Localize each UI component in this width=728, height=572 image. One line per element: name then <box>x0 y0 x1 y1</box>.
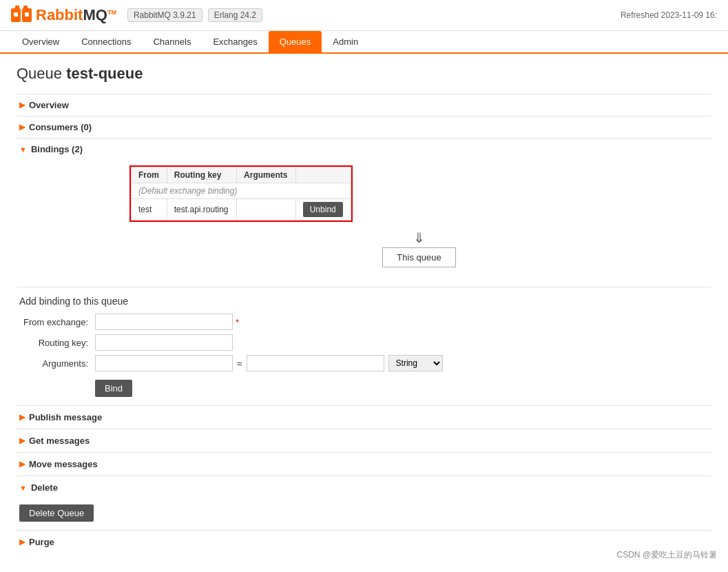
move-messages-header[interactable]: ▶ Move messages <box>17 453 711 476</box>
consumers-header[interactable]: ▶ Consumers (0) <box>17 116 711 138</box>
get-messages-label: Get messages <box>29 436 90 446</box>
logo-tm: TM <box>107 9 116 16</box>
arg-key-input[interactable] <box>95 355 233 371</box>
from-exchange-row: From exchange: * <box>19 314 709 330</box>
purge-arrow: ▶ <box>19 538 25 547</box>
type-select[interactable]: String Number Boolean <box>388 355 443 371</box>
col-routing-key: Routing key <box>167 167 236 183</box>
overview-arrow: ▶ <box>19 101 25 110</box>
overview-header[interactable]: ▶ Overview <box>17 94 711 116</box>
consumers-arrow: ▶ <box>19 123 25 132</box>
bind-button[interactable]: Bind <box>95 380 132 397</box>
consumers-label: Consumers (0) <box>29 122 92 132</box>
bindings-header[interactable]: ▼ Bindings (2) <box>17 139 711 160</box>
move-messages-arrow: ▶ <box>19 460 25 469</box>
bindings-table: From Routing key Arguments (Default exch… <box>131 167 351 221</box>
routing-key-label: Routing key: <box>19 338 95 348</box>
down-arrow-icon: ⇓ <box>413 229 425 246</box>
logo-text: RabbitMQTM <box>36 6 116 24</box>
footer-watermark: CSDN @爱吃土豆的马铃薯 <box>616 549 717 561</box>
bindings-arrow: ▼ <box>19 145 27 154</box>
add-binding-title: Add binding to this queue <box>19 296 709 307</box>
overview-label: Overview <box>29 100 69 110</box>
logo: RabbitMQTM <box>11 6 116 25</box>
unbind-button[interactable]: Unbind <box>303 202 343 217</box>
col-action <box>295 167 351 183</box>
delete-content: Delete Queue <box>17 499 711 530</box>
binding-from: test <box>132 199 167 221</box>
purge-label: Purge <box>29 537 54 547</box>
nav-queues[interactable]: Queues <box>269 31 322 52</box>
section-purge: ▶ Purge <box>17 530 711 553</box>
nav-overview[interactable]: Overview <box>11 31 70 52</box>
section-get-messages: ▶ Get messages <box>17 429 711 452</box>
purge-header[interactable]: ▶ Purge <box>17 531 711 553</box>
erlang-version-badge: Erlang 24.2 <box>208 8 262 22</box>
equals-sign: = <box>237 358 242 369</box>
delete-header[interactable]: ▼ Delete <box>17 476 711 499</box>
section-delete: ▼ Delete Delete Queue <box>17 476 711 530</box>
binding-row-test: test test.api.routing Unbind <box>132 199 351 221</box>
routing-key-input[interactable] <box>95 334 233 351</box>
arg-value-input[interactable] <box>247 355 384 371</box>
svg-rect-2 <box>15 6 19 11</box>
arguments-row: Arguments: = String Number Boolean <box>19 355 709 371</box>
move-messages-label: Move messages <box>29 459 98 469</box>
this-queue-box: This queue <box>382 247 455 267</box>
delete-queue-button[interactable]: Delete Queue <box>19 504 94 522</box>
svg-rect-5 <box>25 12 29 17</box>
bindings-label: Bindings (2) <box>31 144 83 154</box>
section-overview: ▶ Overview <box>17 94 711 116</box>
section-move-messages: ▶ Move messages <box>17 452 711 476</box>
from-exchange-label: From exchange: <box>19 317 95 327</box>
publish-message-label: Publish message <box>29 412 102 422</box>
get-messages-arrow: ▶ <box>19 436 25 445</box>
required-star: * <box>236 317 239 327</box>
logo-area: RabbitMQTM RabbitMQ 3.9.21 Erlang 24.2 <box>11 6 262 25</box>
binding-row-default: (Default exchange binding) <box>132 183 351 199</box>
binding-routing-key: test.api.routing <box>167 199 236 221</box>
binding-action: Unbind <box>295 199 351 221</box>
bindings-box: From Routing key Arguments (Default exch… <box>129 165 353 222</box>
nav-channels[interactable]: Channels <box>142 31 202 52</box>
arguments-label: Arguments: <box>19 358 95 369</box>
nav-admin[interactable]: Admin <box>322 31 369 52</box>
col-arguments: Arguments <box>237 167 296 183</box>
binding-arguments <box>237 199 296 221</box>
queue-box-area: ⇓ This queue <box>129 229 709 267</box>
nav-connections[interactable]: Connections <box>70 31 142 52</box>
version-badges: RabbitMQ 3.9.21 Erlang 24.2 <box>127 8 262 22</box>
section-bindings: ▼ Bindings (2) From Routing key Argument… <box>17 138 711 287</box>
bindings-content: From Routing key Arguments (Default exch… <box>17 160 711 287</box>
publish-message-header[interactable]: ▶ Publish message <box>17 406 711 429</box>
add-binding-section: Add binding to this queue From exchange:… <box>17 287 711 405</box>
page-title: Queue test-queue <box>17 65 711 83</box>
args-inputs: = String Number Boolean <box>95 355 443 371</box>
delete-arrow: ▼ <box>19 484 27 492</box>
top-bar: RabbitMQTM RabbitMQ 3.9.21 Erlang 24.2 R… <box>0 0 728 31</box>
svg-rect-3 <box>23 6 28 11</box>
get-messages-header[interactable]: ▶ Get messages <box>17 429 711 452</box>
delete-label: Delete <box>31 482 58 493</box>
from-exchange-input[interactable] <box>95 314 233 330</box>
rabbitmq-logo-icon <box>11 6 33 25</box>
nav-exchanges[interactable]: Exchanges <box>202 31 268 52</box>
nav-bar: Overview Connections Channels Exchanges … <box>0 31 728 54</box>
section-publish-message: ▶ Publish message <box>17 405 711 429</box>
col-from: From <box>132 167 167 183</box>
refresh-time: Refreshed 2023-11-09 16: <box>621 10 717 20</box>
section-consumers: ▶ Consumers (0) <box>17 116 711 138</box>
main-content: Queue test-queue ▶ Overview ▶ Consumers … <box>0 54 728 564</box>
default-binding-label: (Default exchange binding) <box>132 183 351 199</box>
publish-message-arrow: ▶ <box>19 413 25 422</box>
routing-key-row: Routing key: <box>19 334 709 351</box>
rabbitmq-version-badge: RabbitMQ 3.9.21 <box>127 8 202 22</box>
svg-rect-4 <box>14 12 18 17</box>
